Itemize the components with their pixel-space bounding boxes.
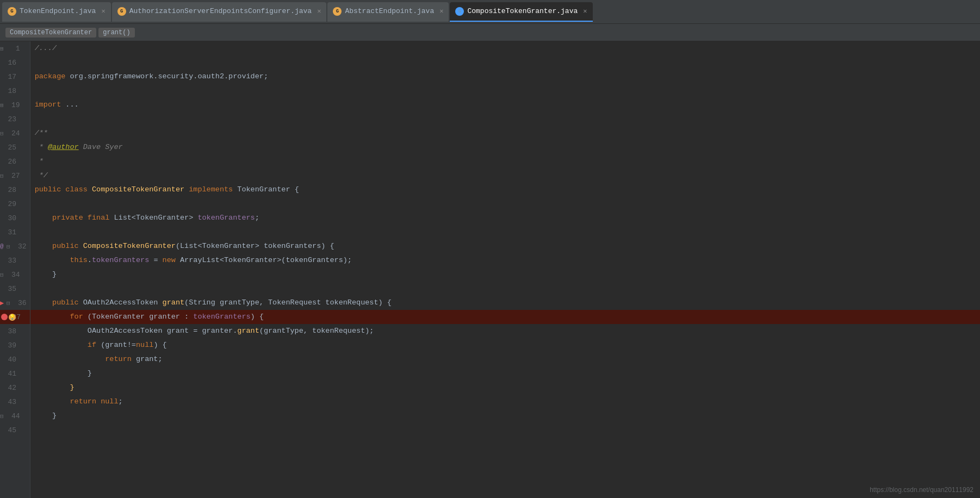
breakpoint-arrow-36: ▶ (0, 299, 4, 307)
at-marker-32: @ (0, 243, 7, 250)
gutter-row-38: 38 (0, 324, 30, 338)
code-area: ⊞ 1 16 17 18 ⊞ 19 23 ⊟ 2 (0, 41, 980, 498)
code-line-19: import ... (30, 98, 980, 112)
code-line-25: * @author Dave Syer (30, 140, 980, 154)
gutter-row-34: ⊟ 34 (0, 267, 30, 282)
tab-icon-2: G (117, 7, 126, 16)
hint-bulb-37[interactable]: 💡 (9, 314, 16, 321)
code-line-35 (30, 282, 980, 296)
tab-close-4[interactable]: ✕ (583, 7, 587, 15)
gutter-row-45: 45 (0, 423, 30, 437)
watermark: https://blog.csdn.net/quan20111992 (870, 486, 973, 494)
gutter-row-32: @ ⊟ 32 (0, 239, 30, 253)
gutter-row-28: 28 (0, 183, 30, 197)
fold-icon-27[interactable]: ⊟ (0, 172, 4, 179)
gutter-row-41: 41 (0, 366, 30, 381)
tab-label-1: TokenEndpoint.java (20, 7, 96, 15)
gutter-row-1: ⊞ 1 (0, 41, 30, 55)
code-line-29 (30, 197, 980, 211)
code-line-32: public CompositeTokenGranter(List<TokenG… (30, 239, 980, 253)
code-line-16 (30, 55, 980, 70)
code-content[interactable]: /.../ package org.springframework.securi… (30, 41, 980, 498)
tab-close-3[interactable]: ✕ (439, 7, 443, 15)
code-line-40: return grant; (30, 352, 980, 366)
code-line-33: this.tokenGranters = new ArrayList<Token… (30, 253, 980, 267)
fold-icon-19[interactable]: ⊞ (0, 102, 4, 109)
tab-composite-token-granter[interactable]: G CompositeTokenGranter.java ✕ (450, 2, 592, 22)
tab-label-3: AbstractEndpoint.java (345, 7, 434, 15)
gutter-row-43: 43 (0, 395, 30, 409)
breadcrumb-method[interactable]: grant() (98, 28, 134, 38)
tab-icon-3: G (333, 7, 342, 16)
code-line-24: /** (30, 126, 980, 140)
code-line-36: public OAuth2AccessToken grant(String gr… (30, 296, 980, 310)
tab-bar: G TokenEndpoint.java ✕ G AuthorizationSe… (0, 0, 980, 24)
code-line-26: * (30, 154, 980, 169)
code-line-31 (30, 225, 980, 239)
code-line-43: return null; (30, 395, 980, 409)
gutter-row-40: 40 (0, 352, 30, 366)
gutter-row-24: ⊟ 24 (0, 126, 30, 140)
gutter-row-33: 33 (0, 253, 30, 267)
breadcrumb-bar: CompositeTokenGranter grant() (0, 24, 980, 41)
gutter-row-18: 18 (0, 84, 30, 98)
code-line-41: } (30, 366, 980, 381)
fold-icon-24[interactable]: ⊟ (0, 130, 4, 137)
fold-icon-36[interactable]: ⊟ (7, 300, 10, 307)
tab-abstract-endpoint[interactable]: G AbstractEndpoint.java ✕ (327, 2, 449, 22)
code-line-34: } (30, 267, 980, 282)
tab-label-4: CompositeTokenGranter.java (467, 7, 578, 15)
gutter-row-16: 16 (0, 55, 30, 70)
code-line-27: */ (30, 169, 980, 183)
code-line-44: } (30, 409, 980, 423)
code-line-17: package org.springframework.security.oau… (30, 70, 980, 84)
gutter: ⊞ 1 16 17 18 ⊞ 19 23 ⊟ 2 (0, 41, 30, 498)
gutter-row-39: 39 (0, 338, 30, 352)
tab-close-2[interactable]: ✕ (317, 7, 321, 15)
code-line-30: private final List<TokenGranter> tokenGr… (30, 211, 980, 225)
gutter-row-25: 25 (0, 140, 30, 154)
tab-label-2: AuthorizationServerEndpointsConfigurer.j… (129, 7, 312, 15)
tab-close-1[interactable]: ✕ (101, 7, 105, 15)
fold-icon-44[interactable]: ⊟ (0, 413, 4, 420)
code-line-1: /.../ (30, 41, 980, 55)
gutter-row-26: 26 (0, 154, 30, 169)
gutter-row-30: 30 (0, 211, 30, 225)
code-line-45 (30, 423, 980, 437)
gutter-row-17: 17 (0, 70, 30, 84)
tab-token-endpoint[interactable]: G TokenEndpoint.java ✕ (2, 2, 111, 22)
code-line-18 (30, 84, 980, 98)
gutter-row-42: 42 (0, 381, 30, 395)
tab-icon-1: G (8, 7, 16, 16)
breadcrumb-class[interactable]: CompositeTokenGranter (5, 28, 96, 38)
code-line-38: OAuth2AccessToken grant = granter.grant(… (30, 324, 980, 338)
gutter-row-19: ⊞ 19 (0, 98, 30, 112)
fold-icon-34[interactable]: ⊟ (0, 271, 4, 278)
tab-authorization-server[interactable]: G AuthorizationServerEndpointsConfigurer… (112, 2, 327, 22)
tab-icon-4: G (455, 7, 464, 16)
fold-icon-1[interactable]: ⊞ (0, 45, 4, 52)
breakpoint-red-37 (1, 314, 8, 320)
gutter-row-31: 31 (0, 225, 30, 239)
gutter-row-27: ⊟ 27 (0, 169, 30, 183)
code-line-37: for (TokenGranter granter : tokenGranter… (30, 310, 980, 324)
gutter-row-29: 29 (0, 197, 30, 211)
gutter-row-37: 💡 37 (0, 310, 30, 324)
gutter-row-35: 35 (0, 282, 30, 296)
gutter-row-44: ⊟ 44 (0, 409, 30, 423)
code-line-42: } (30, 381, 980, 395)
code-line-28: public class CompositeTokenGranter imple… (30, 183, 980, 197)
fold-icon-32[interactable]: ⊟ (7, 243, 10, 250)
gutter-row-36: ▶ ⊟ 36 (0, 296, 30, 310)
code-line-39: if (grant!=null) { (30, 338, 980, 352)
gutter-row-23: 23 (0, 112, 30, 126)
code-line-23 (30, 112, 980, 126)
